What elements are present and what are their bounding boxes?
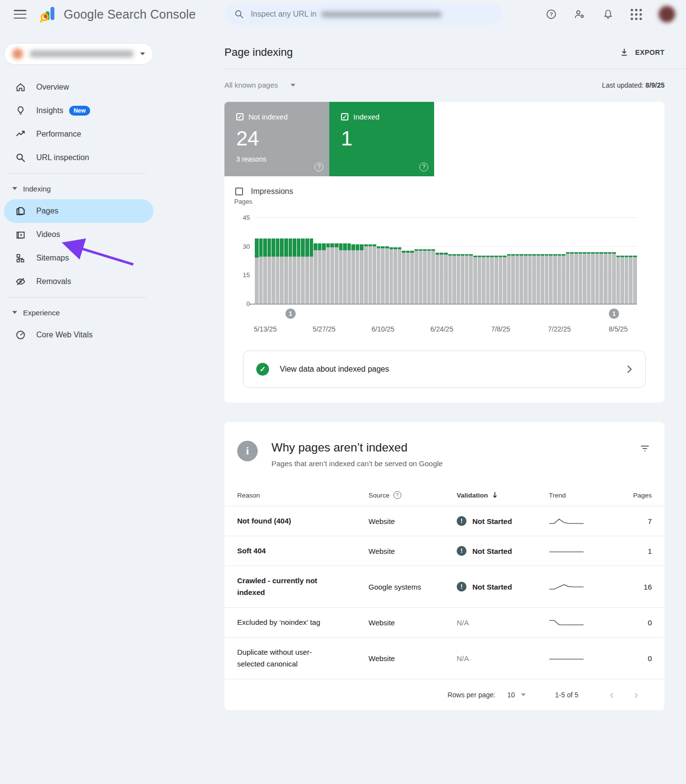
sidebar-item-insights[interactable]: Insights New [0, 99, 211, 122]
help-icon[interactable]: ? [393, 491, 401, 499]
chart-bar[interactable] [616, 256, 620, 304]
chart-bar[interactable] [625, 256, 629, 304]
chart-bar[interactable] [326, 243, 330, 304]
chart-bar[interactable] [457, 254, 461, 304]
table-row[interactable]: Soft 404 Website !Not Started 1 [224, 536, 664, 566]
chart-bar[interactable] [284, 238, 288, 304]
chart-bar[interactable] [402, 251, 406, 304]
chart-bar[interactable] [507, 254, 511, 304]
user-settings-icon[interactable] [574, 8, 586, 20]
scope-filter-dropdown[interactable]: All known pages [224, 81, 295, 89]
sidebar-item-pages[interactable]: Pages [4, 199, 153, 223]
chart-bar[interactable] [314, 243, 318, 304]
chart-bar[interactable] [591, 252, 595, 304]
chart-bar[interactable] [465, 254, 469, 304]
chart-bar[interactable] [431, 249, 435, 304]
chart-bar[interactable] [276, 238, 280, 304]
chart-bar[interactable] [423, 249, 427, 304]
chart-bar[interactable] [620, 256, 624, 304]
sidebar-item-removals[interactable]: Removals [0, 270, 211, 293]
chart-bar[interactable] [558, 254, 562, 304]
chart-bar[interactable] [419, 249, 423, 304]
chart-bar[interactable] [427, 249, 431, 304]
chart-bar[interactable] [440, 253, 443, 304]
chart-bar[interactable] [364, 244, 368, 304]
not-indexed-card[interactable]: ✓ Not indexed 24 3 reasons ? [224, 102, 329, 176]
chart-bar[interactable] [511, 254, 515, 304]
property-selector[interactable] [4, 43, 153, 65]
avatar[interactable] [659, 6, 675, 23]
chart-bar[interactable] [473, 256, 477, 304]
reason-cell[interactable]: Duplicate without user-selected canonica… [237, 646, 321, 670]
chart-bar[interactable] [629, 256, 633, 304]
chart-bar[interactable] [293, 238, 296, 304]
chart-bar[interactable] [322, 243, 326, 304]
chart-bar[interactable] [553, 254, 557, 304]
chart-bar[interactable] [415, 249, 418, 304]
indexed-card[interactable]: ✓ Indexed 1 ? [329, 102, 434, 176]
chart-bar[interactable] [486, 256, 490, 304]
help-icon[interactable]: ? [545, 8, 557, 20]
sidebar-item-performance[interactable]: Performance [0, 122, 211, 146]
url-inspect-searchbar[interactable]: Inspect any URL in [225, 3, 502, 25]
chart-bar[interactable] [515, 254, 519, 304]
chart-bar[interactable] [528, 254, 532, 304]
chart-bar[interactable] [532, 254, 536, 304]
chart-bar[interactable] [255, 238, 259, 304]
chart-bar[interactable] [381, 246, 385, 304]
chart-bar[interactable] [579, 252, 583, 304]
table-row[interactable]: Crawled - currently not indexed Google s… [224, 566, 664, 607]
chart-bar[interactable] [633, 256, 637, 304]
reason-cell[interactable]: Excluded by ‘noindex’ tag [237, 617, 321, 628]
chart-bar[interactable] [599, 252, 603, 304]
chart-bar[interactable] [263, 238, 267, 304]
next-page-button[interactable]: › [627, 689, 645, 701]
chart-bar[interactable] [310, 238, 314, 304]
chart-bar[interactable] [574, 252, 578, 304]
chart-bar[interactable] [271, 238, 275, 304]
chart-bar[interactable] [305, 238, 309, 304]
chart-bar[interactable] [390, 247, 393, 304]
chart-bar[interactable] [347, 243, 351, 304]
chart-bar[interactable] [562, 254, 565, 304]
chart-bar[interactable] [351, 244, 355, 304]
chart-bar[interactable] [398, 247, 402, 304]
app-logo[interactable]: Google Search Console [39, 4, 196, 24]
chart-bar[interactable] [393, 247, 397, 304]
table-row[interactable]: Duplicate without user-selected canonica… [224, 637, 664, 679]
section-experience[interactable]: Experience [0, 302, 211, 323]
chart-marker[interactable]: 1 [609, 309, 619, 319]
chart-bar[interactable] [595, 252, 599, 304]
chart-bar[interactable] [289, 238, 293, 304]
chart-bar[interactable] [545, 254, 549, 304]
export-button[interactable]: EXPORT [619, 48, 664, 57]
chart-bar[interactable] [356, 244, 360, 304]
sidebar-item-sitemaps[interactable]: Sitemaps [0, 246, 211, 270]
reason-cell[interactable]: Not found (404) [237, 515, 321, 527]
chart-bar[interactable] [490, 256, 494, 304]
google-apps-icon[interactable] [631, 9, 642, 20]
checkbox-checked-icon[interactable]: ✓ [236, 113, 244, 120]
chart-bar[interactable] [519, 254, 523, 304]
chart-bar[interactable] [549, 254, 553, 304]
rows-per-page-select[interactable]: 10 [507, 691, 526, 699]
chart-bar[interactable] [259, 238, 263, 304]
section-indexing[interactable]: Indexing [0, 178, 211, 199]
chart-bar[interactable] [608, 252, 612, 304]
chart-bar[interactable] [377, 246, 381, 304]
chart-bar[interactable] [368, 244, 372, 304]
checkbox-unchecked-icon[interactable] [235, 188, 243, 195]
chart-bar[interactable] [452, 254, 456, 304]
chart-bar[interactable] [297, 238, 301, 304]
help-icon[interactable]: ? [315, 163, 323, 171]
chart-bar[interactable] [301, 238, 305, 304]
chart-bar[interactable] [448, 254, 452, 304]
previous-page-button[interactable]: ‹ [603, 689, 620, 701]
chart-bar[interactable] [360, 244, 364, 304]
chart-bar[interactable] [604, 252, 608, 304]
chart-bar[interactable] [461, 254, 465, 304]
sidebar-item-core-web-vitals[interactable]: Core Web Vitals [0, 323, 211, 347]
reason-cell[interactable]: Soft 404 [237, 545, 321, 557]
chart-bar[interactable] [566, 252, 570, 304]
chart-bar[interactable] [612, 252, 616, 304]
